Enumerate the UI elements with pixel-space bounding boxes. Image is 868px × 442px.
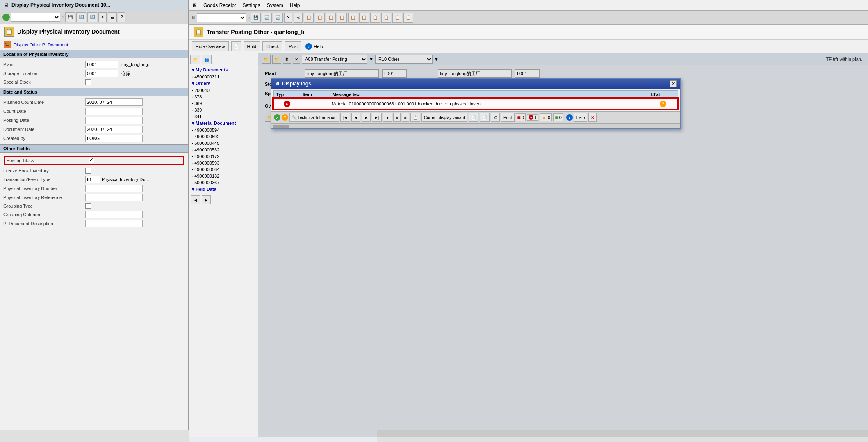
dialog-scroll-thumb[interactable] bbox=[273, 125, 289, 128]
right-icon5[interactable]: 📋 bbox=[348, 13, 358, 23]
right-print-button[interactable]: 🖨 bbox=[294, 13, 303, 23]
right-icon9[interactable]: 📋 bbox=[392, 13, 402, 23]
nav-link-text: Display Other PI Document bbox=[14, 42, 68, 47]
sort2-button[interactable]: ≡ bbox=[402, 113, 409, 122]
tree-mat-4900000532[interactable]: · 4900000532 bbox=[190, 147, 256, 153]
tree-mat-5000000367[interactable]: · 5000000367 bbox=[190, 179, 256, 186]
menu-settings[interactable]: Settings bbox=[242, 2, 260, 8]
tree-scroll-left[interactable]: ◄ bbox=[191, 195, 200, 204]
pi-reference-label: Physical Inventory Reference bbox=[3, 195, 85, 200]
post-button[interactable]: Post bbox=[285, 41, 301, 51]
log-table-header: Typ Item Message text LTxt bbox=[273, 91, 678, 99]
warning-icon: ? bbox=[660, 101, 666, 107]
count-date-input[interactable] bbox=[85, 108, 143, 115]
grouping-type-checkbox[interactable] bbox=[85, 203, 91, 209]
right-icon1[interactable]: 📋 bbox=[304, 13, 314, 23]
tree-doc-4500000311[interactable]: · 4500000311 bbox=[190, 73, 256, 80]
print-button2[interactable]: 🖨 bbox=[491, 113, 500, 122]
check-button[interactable]: Check bbox=[262, 41, 282, 51]
grouping-criterion-input[interactable] bbox=[85, 211, 143, 218]
posting-date-input[interactable] bbox=[85, 117, 143, 124]
dialog-close-button[interactable]: ✕ bbox=[670, 80, 677, 87]
menu-goods-receipt[interactable]: Goods Receipt bbox=[203, 2, 236, 8]
copy-button1[interactable]: 📄 bbox=[469, 113, 478, 122]
print-label-button[interactable]: Print bbox=[501, 113, 515, 122]
right-icon8[interactable]: 📋 bbox=[381, 13, 391, 23]
tree-order-378[interactable]: · 378 bbox=[190, 94, 256, 100]
back-button[interactable]: 🔄 bbox=[76, 12, 86, 22]
nav-next-button[interactable]: ► bbox=[362, 113, 371, 122]
created-by-input[interactable] bbox=[85, 135, 143, 142]
tree-action-icons: 📁 👥 bbox=[190, 55, 256, 64]
right-save-button[interactable]: 💾 bbox=[251, 13, 261, 23]
held-data-header[interactable]: ▾ Held Data bbox=[190, 186, 256, 193]
tree-mat-4900000132[interactable]: · 4900000132 bbox=[190, 173, 256, 179]
storage-location-input[interactable] bbox=[85, 70, 118, 77]
pi-number-input[interactable] bbox=[85, 185, 143, 192]
right-icon4[interactable]: 📋 bbox=[337, 13, 347, 23]
tree-mat-4900000172[interactable]: · 4900000172 bbox=[190, 153, 256, 160]
tree-order-339[interactable]: · 339 bbox=[190, 107, 256, 113]
tree-icon2[interactable]: 👥 bbox=[202, 55, 212, 64]
right-cancel-button[interactable]: ✕ bbox=[284, 13, 292, 23]
hold-button[interactable]: Hold bbox=[244, 41, 260, 51]
hide-overview-button[interactable]: Hide Overview bbox=[192, 41, 229, 51]
nav-prev-button[interactable]: ◄ bbox=[351, 113, 360, 122]
right-icon3[interactable]: 📋 bbox=[326, 13, 336, 23]
main-content: 📁 👥 ▾ My Documents · 4500000311 ▾ Orders… bbox=[189, 53, 868, 437]
save-button[interactable]: 💾 bbox=[65, 12, 75, 22]
tree-mat-4900000594[interactable]: · 4900000594 bbox=[190, 127, 256, 133]
display-variant-button[interactable]: Current display variant bbox=[421, 113, 467, 122]
cancel-button[interactable]: ✕ bbox=[98, 12, 107, 22]
nav-last-button[interactable]: ►| bbox=[372, 113, 382, 122]
tech-info-button[interactable]: 🔧 Technical Information bbox=[289, 113, 339, 122]
sort-button[interactable]: ≡ bbox=[393, 113, 401, 122]
copy-button2[interactable]: 📄 bbox=[480, 113, 490, 122]
help-button[interactable]: ? bbox=[118, 12, 125, 22]
menu-system[interactable]: System bbox=[267, 2, 283, 8]
planned-count-date-input[interactable] bbox=[85, 98, 143, 106]
tree-mat-4900000564[interactable]: · 4900000564 bbox=[190, 166, 256, 173]
right-icon7[interactable]: 📋 bbox=[370, 13, 380, 23]
right-command-dropdown[interactable] bbox=[197, 13, 246, 22]
my-documents-header[interactable]: ▾ My Documents bbox=[190, 66, 256, 73]
nav-first-button[interactable]: |◄ bbox=[340, 113, 351, 122]
display-other-pi-link[interactable]: 🗂 Display Other PI Document bbox=[0, 39, 188, 50]
forward-button[interactable]: 🔄 bbox=[87, 12, 97, 22]
tree-mat-4900000593[interactable]: · 4900000593 bbox=[190, 160, 256, 166]
tree-mat-4900000592[interactable]: · 4900000592 bbox=[190, 133, 256, 140]
posting-block-checkbox[interactable]: ✓ bbox=[89, 158, 94, 163]
plant-input[interactable] bbox=[85, 61, 118, 68]
right-forward-button[interactable]: 🔄 bbox=[273, 13, 283, 23]
menu-help[interactable]: Help bbox=[290, 2, 300, 8]
tree-order-341[interactable]: · 341 bbox=[190, 113, 256, 120]
pi-description-input[interactable] bbox=[85, 220, 143, 227]
new-doc-button[interactable]: 📄 bbox=[231, 41, 241, 51]
tree-icon1[interactable]: 📁 bbox=[190, 55, 200, 64]
right-back-button[interactable]: 🔄 bbox=[262, 13, 272, 23]
dialog-scrollbar[interactable] bbox=[271, 124, 680, 128]
special-stock-checkbox[interactable] bbox=[85, 79, 91, 85]
print-button[interactable]: 🖨 bbox=[108, 12, 117, 22]
right-icon2[interactable]: 📋 bbox=[315, 13, 325, 23]
material-doc-header[interactable]: ▾ Material Document bbox=[190, 120, 256, 127]
tree-order-369[interactable]: · 369 bbox=[190, 100, 256, 107]
dialog-overlay: 🖥 Display logs ✕ Typ Item M bbox=[258, 53, 868, 437]
command-dropdown[interactable] bbox=[11, 13, 60, 22]
tree-mat-5000000445[interactable]: · 5000000445 bbox=[190, 140, 256, 147]
log-row-1[interactable]: ● 1 Material 010000000000000066 L001 000… bbox=[273, 98, 678, 109]
freeze-book-checkbox[interactable] bbox=[85, 168, 91, 174]
created-by-label: Created by bbox=[3, 136, 85, 141]
right-icon10[interactable]: 📋 bbox=[403, 13, 413, 23]
dialog-close-btn2[interactable]: ✕ bbox=[588, 113, 597, 122]
tree-scroll-right[interactable]: ► bbox=[202, 195, 211, 204]
transaction-type-input[interactable] bbox=[85, 176, 100, 183]
orders-header[interactable]: ▾ Orders bbox=[190, 80, 256, 87]
document-date-input[interactable] bbox=[85, 126, 143, 133]
dialog-help-button[interactable]: Help bbox=[574, 113, 588, 122]
export-button[interactable]: 📋 bbox=[410, 113, 420, 122]
right-icon6[interactable]: 📋 bbox=[359, 13, 369, 23]
pi-reference-input[interactable] bbox=[85, 194, 143, 201]
tree-order-200040[interactable]: · 200040 bbox=[190, 87, 256, 94]
filter-button[interactable]: ▼ bbox=[383, 113, 392, 122]
